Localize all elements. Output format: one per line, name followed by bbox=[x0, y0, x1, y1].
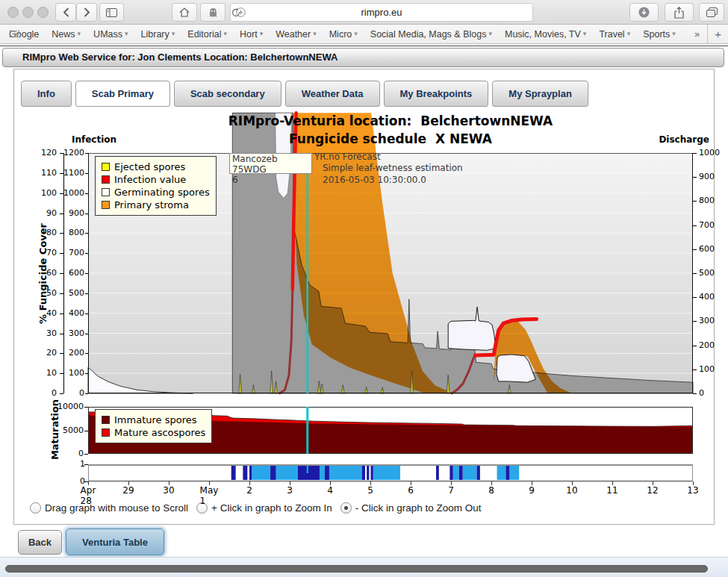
share-icon bbox=[674, 7, 684, 19]
back-icon bbox=[63, 7, 69, 17]
divider bbox=[0, 46, 728, 46]
bookmark-item[interactable]: Music, Movies, TV▾ bbox=[505, 29, 586, 40]
bookmark-item[interactable]: News▾ bbox=[52, 29, 81, 40]
bookmark-item[interactable]: Travel▾ bbox=[599, 29, 630, 40]
radio-icon[interactable] bbox=[340, 502, 352, 514]
axis-tick bbox=[693, 321, 697, 322]
x-axis-label: 3 bbox=[287, 485, 293, 496]
bookmark-item[interactable]: Library▾ bbox=[141, 29, 175, 40]
back-button-page[interactable]: Back bbox=[18, 530, 62, 555]
x-axis-label: 4 bbox=[327, 485, 333, 496]
download-icon bbox=[638, 7, 650, 18]
radio-option[interactable]: Drag graph with mouse to Scroll bbox=[30, 502, 188, 514]
bookmark-label: News bbox=[52, 29, 75, 40]
legend-label: Mature ascospores bbox=[114, 427, 205, 438]
bookmark-label: Hort bbox=[240, 29, 258, 40]
bookmark-item[interactable]: Sports▾ bbox=[643, 29, 676, 40]
minimize-window-button[interactable] bbox=[22, 7, 34, 18]
axis-tick-label: 10000 bbox=[54, 402, 84, 411]
tab-info[interactable]: Info bbox=[21, 81, 72, 107]
axis-tick-label: 1000 bbox=[699, 148, 724, 157]
axis-tick bbox=[85, 233, 88, 234]
maturation-legend: Immature sporesMature ascospores bbox=[95, 409, 212, 443]
axis-tick-label: 500 bbox=[59, 288, 84, 298]
venturia-table-button[interactable]: Venturia Table bbox=[66, 528, 164, 555]
bookmarks-overflow-button[interactable]: » bbox=[694, 28, 700, 40]
axis-tick-label: 100 bbox=[59, 368, 84, 378]
forward-icon bbox=[84, 7, 90, 17]
x-axis-label: 30 bbox=[163, 485, 174, 496]
tab-weather-data[interactable]: Weather Data bbox=[285, 81, 380, 107]
axis-tick bbox=[693, 225, 697, 226]
home-button[interactable] bbox=[172, 3, 197, 22]
axis-tick bbox=[693, 346, 697, 346]
browser-toolbar: rimpro.eu bbox=[0, 0, 728, 25]
radio-option[interactable]: - Click in graph to Zoom Out bbox=[340, 502, 482, 514]
share-button[interactable] bbox=[665, 3, 694, 22]
forward-button[interactable] bbox=[76, 3, 97, 22]
sidebar-toggle-button[interactable] bbox=[99, 3, 124, 22]
tab-scab-secondary[interactable]: Scab secondary bbox=[174, 81, 281, 107]
bookmark-label: Sports bbox=[643, 29, 670, 40]
bookmark-item[interactable]: Hort▾ bbox=[240, 29, 263, 40]
tab-my-sprayplan[interactable]: My Sprayplan bbox=[492, 81, 588, 107]
horizontal-scrollbar[interactable] bbox=[5, 565, 708, 573]
axis-tick bbox=[85, 173, 88, 174]
axis-tick-label: 70 bbox=[31, 248, 57, 258]
tab-my-breakpoints[interactable]: My Breakpoints bbox=[384, 81, 489, 107]
legend-swatch bbox=[102, 163, 110, 171]
axis-tick-label: 500 bbox=[699, 268, 724, 278]
axis-tick bbox=[85, 293, 88, 294]
axis-tick-label: 0 bbox=[699, 388, 724, 398]
x-axis-label: 9 bbox=[529, 485, 535, 496]
current-datetime-label: 2016-05-03 10:30:00.0 bbox=[323, 175, 426, 185]
axis-tick bbox=[693, 249, 697, 250]
bookmarks-grid-icon[interactable] bbox=[9, 30, 19, 38]
legend-swatch bbox=[102, 416, 110, 424]
close-window-button[interactable] bbox=[7, 7, 19, 18]
url-text: rimpro.eu bbox=[231, 7, 532, 18]
new-tab-button[interactable]: + bbox=[708, 28, 728, 40]
spray-tooltip: Mancozeb 75WDG 6 bbox=[229, 153, 312, 174]
chevron-down-icon: ▾ bbox=[260, 30, 264, 37]
legend-item: Immature spores bbox=[102, 414, 205, 426]
wetness-estimation-label: Simple leaf-wetness estimation bbox=[323, 163, 463, 173]
zoom-window-button[interactable] bbox=[37, 7, 49, 18]
bookmark-item[interactable]: UMass▾ bbox=[93, 29, 128, 40]
main-chart[interactable] bbox=[88, 110, 693, 393]
bookmark-item[interactable]: Social Media, Mags & Blogs▾ bbox=[370, 29, 492, 40]
axis-tick-label: 110 bbox=[31, 168, 57, 178]
url-field[interactable]: rimpro.eu bbox=[230, 3, 533, 22]
axis-tick-label: 40 bbox=[31, 308, 57, 318]
legend-swatch bbox=[102, 201, 110, 209]
tab-bar: InfoScab PrimaryScab secondaryWeather Da… bbox=[21, 81, 588, 107]
chevron-down-icon: ▾ bbox=[223, 30, 227, 37]
back-button[interactable] bbox=[55, 3, 76, 22]
downloads-button[interactable] bbox=[629, 3, 659, 22]
bookmark-label: Travel bbox=[599, 29, 624, 40]
x-axis-label: 7 bbox=[448, 485, 454, 496]
axis-tick bbox=[85, 334, 88, 334]
extension-button[interactable] bbox=[200, 3, 225, 22]
bookmark-label: Weather bbox=[276, 29, 311, 40]
axis-tick bbox=[85, 153, 88, 154]
axis-tick bbox=[693, 393, 697, 394]
x-axis-label: 11 bbox=[606, 485, 617, 496]
tab-scab-primary[interactable]: Scab Primary bbox=[75, 81, 170, 107]
bookmark-label: Library bbox=[141, 29, 169, 40]
axis-tick-label: 50 bbox=[31, 288, 57, 298]
axis-tick-label: 1200 bbox=[59, 148, 84, 157]
bookmark-item[interactable]: Micro▾ bbox=[329, 29, 358, 40]
x-axis-label: 10 bbox=[566, 485, 577, 496]
reload-icon[interactable] bbox=[231, 7, 241, 18]
leaf-wetness-strip[interactable] bbox=[88, 464, 693, 481]
legend-label: Primary stroma bbox=[114, 199, 189, 210]
home-icon bbox=[179, 7, 190, 17]
bookmark-item[interactable]: Editorial▾ bbox=[187, 29, 227, 40]
bookmark-item[interactable]: Weather▾ bbox=[276, 29, 317, 40]
axis-tick bbox=[85, 353, 88, 354]
radio-icon[interactable] bbox=[30, 502, 41, 514]
show-tabs-button[interactable] bbox=[699, 3, 724, 22]
scroll-strip bbox=[0, 558, 728, 577]
axis-tick-label: 200 bbox=[699, 340, 724, 350]
